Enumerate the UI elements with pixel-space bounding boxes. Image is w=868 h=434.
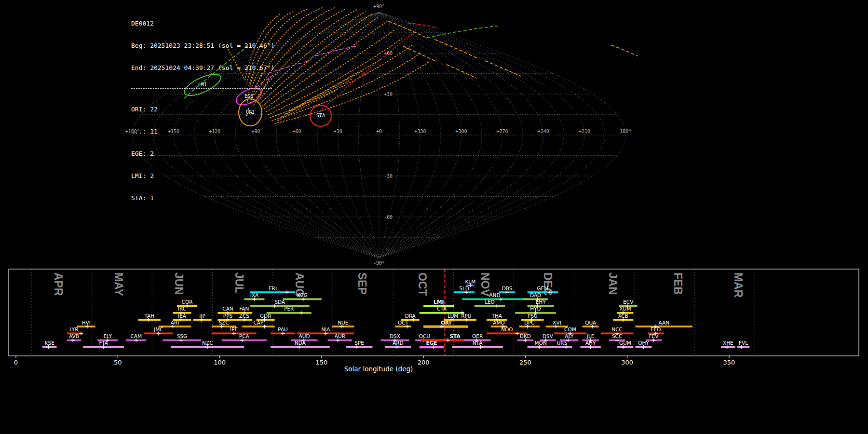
shower-label-DSV: DSV xyxy=(542,333,554,339)
shower-label-OBS: OBS xyxy=(502,285,512,291)
separator-line xyxy=(131,88,272,89)
shower-label-NOO: NOO xyxy=(501,326,513,332)
meteor-trail xyxy=(315,46,356,56)
shower-label-XVI: XVI xyxy=(553,320,561,326)
meteor-trail xyxy=(427,26,498,38)
activity-timeline: APRMAYJUNJULAUGSEPOCTNOVDECJANFEBMARKLME… xyxy=(0,268,868,434)
peak-marker-NOO xyxy=(515,331,519,335)
shower-label-AUD: AUD xyxy=(299,333,310,339)
shower-label-DRA: DRA xyxy=(405,313,416,319)
month-label-FEB: FEB xyxy=(672,272,684,295)
shower-label-NUE: NUE xyxy=(338,320,348,326)
shower-label-PPS: PPS xyxy=(223,313,233,319)
shower-label-QUA: QUA xyxy=(585,320,597,326)
shower-label-LUM: LUM xyxy=(448,313,458,319)
meteor-trail xyxy=(447,65,476,78)
month-label-JAN: JAN xyxy=(607,272,619,295)
shower-label-LMI: LMI xyxy=(434,299,444,305)
x-tick-label: 200 xyxy=(418,359,430,366)
x-tick-label: 100 xyxy=(214,359,226,366)
shower-label-DSX: DSX xyxy=(390,333,400,339)
shower-label-SSG: SSG xyxy=(177,333,187,339)
shower-label-DKD: DKD xyxy=(520,333,531,339)
shower-label-NCC: NCC xyxy=(611,326,623,332)
meteor-trail xyxy=(611,45,637,56)
shower-label-XHE: XHE xyxy=(723,340,733,346)
count-lmi: LMI: 2 xyxy=(131,172,274,179)
meteor-trail xyxy=(408,23,437,28)
x-tick-label: 350 xyxy=(723,359,735,366)
longitude-label: +30 xyxy=(334,129,342,134)
count-ege: EGE: 2 xyxy=(131,150,274,157)
count-sta: STA: 1 xyxy=(131,194,274,202)
shower-label-PER: PER xyxy=(284,306,294,312)
shower-label-EGE: EGE xyxy=(426,340,437,346)
longitude-label: +330 xyxy=(414,129,426,134)
shower-label-MON: MON xyxy=(535,340,547,346)
shower-label-PSU: PSU xyxy=(528,313,538,319)
shower-label-IPE: IPE xyxy=(230,326,238,332)
shower-label-FED: FED xyxy=(651,326,661,332)
peak-marker-LEO xyxy=(495,304,499,308)
shower-label-ARI: ARI xyxy=(171,320,179,326)
count-ori: ORI: 22 xyxy=(131,106,274,113)
shower-label-FAN: FAN xyxy=(239,306,249,312)
shower-label-XUM: XUM xyxy=(620,306,631,312)
shower-label-AHY: AHY xyxy=(585,340,596,346)
shower-label-IRC: IRC xyxy=(178,306,186,312)
shower-label-PAU: PAU xyxy=(278,326,288,332)
shower-label-NZC: NZC xyxy=(202,340,213,346)
shower-label-JMC: JMC xyxy=(153,326,163,332)
shower-label-CAN: CAN xyxy=(222,306,233,312)
shower-label-SZC: SZC xyxy=(218,320,229,326)
x-tick-label: 250 xyxy=(519,359,531,366)
end-time: End: 20251024 04:39:27 (sol = 210.67°) xyxy=(131,64,274,71)
month-label-JUL: JUL xyxy=(233,272,245,293)
shower-label-LEO: LEO xyxy=(485,299,495,305)
shower-label-ERI: ERI xyxy=(269,285,277,291)
shower-label-OCU: OCU xyxy=(419,333,430,339)
shower-label-NTA: NTA xyxy=(473,340,483,346)
shower-label-ALY: ALY xyxy=(565,333,574,339)
shower-label-DAD: DAD xyxy=(530,292,541,298)
latitude-label: +60 xyxy=(384,51,393,56)
month-label-MAY: MAY xyxy=(112,272,125,296)
longitude-label: +270 xyxy=(497,129,508,134)
shower-label-SCC: SCC xyxy=(612,333,622,339)
peak-marker-ERI xyxy=(285,290,289,294)
x-axis-label: Solar longitude (deg) xyxy=(344,365,413,373)
station-id: DE0012 xyxy=(131,20,274,27)
longitude-label: +0 xyxy=(376,129,382,134)
shower-label-NIA: NIA xyxy=(321,326,330,332)
shower-label-NDA: NDA xyxy=(295,340,306,346)
observation-header: DE0012 Beg: 20251023 23:28:51 (sol = 210… xyxy=(131,5,274,209)
shower-label-THA: THA xyxy=(491,313,502,319)
shower-label-COR: COR xyxy=(182,299,193,305)
month-label-MAR: MAR xyxy=(732,272,745,298)
longitude-label: +210 xyxy=(579,129,590,134)
shower-label-AUR: AUR xyxy=(335,333,345,339)
meteor-trail xyxy=(435,40,476,58)
shower-label-PCA: PCA xyxy=(239,333,250,339)
shower-label-HYD: HYD xyxy=(530,306,541,312)
month-label-APR: APR xyxy=(52,272,65,296)
longitude-label: +240 xyxy=(538,129,549,134)
shower-label-FTA: FTA xyxy=(99,340,108,346)
shower-label-OHY: OHY xyxy=(638,340,649,346)
meteor-trail xyxy=(262,16,379,106)
shower-label-XCB: XCB xyxy=(618,313,628,319)
shower-label-ZCS: ZCS xyxy=(239,313,250,319)
begin-time: Beg: 20251023 23:28:51 (sol = 210.46°) xyxy=(131,42,274,49)
latitude-label: +30 xyxy=(384,92,393,97)
shower-label-EHY: EHY xyxy=(536,299,546,305)
shower-label-AVB: AVB xyxy=(69,333,79,339)
shower-label-TAH: TAH xyxy=(144,313,154,319)
shower-label-SDA: SDA xyxy=(274,299,285,305)
shower-label-IEA: IEA xyxy=(178,313,187,319)
x-tick-label: 150 xyxy=(315,359,327,366)
shower-label-GEM: GEM xyxy=(537,285,548,291)
latitude-label: -30 xyxy=(384,174,393,179)
meteor-trail xyxy=(289,59,382,111)
shower-label-KCG: KCG xyxy=(297,292,308,298)
longitude-label: 180° xyxy=(620,129,631,134)
